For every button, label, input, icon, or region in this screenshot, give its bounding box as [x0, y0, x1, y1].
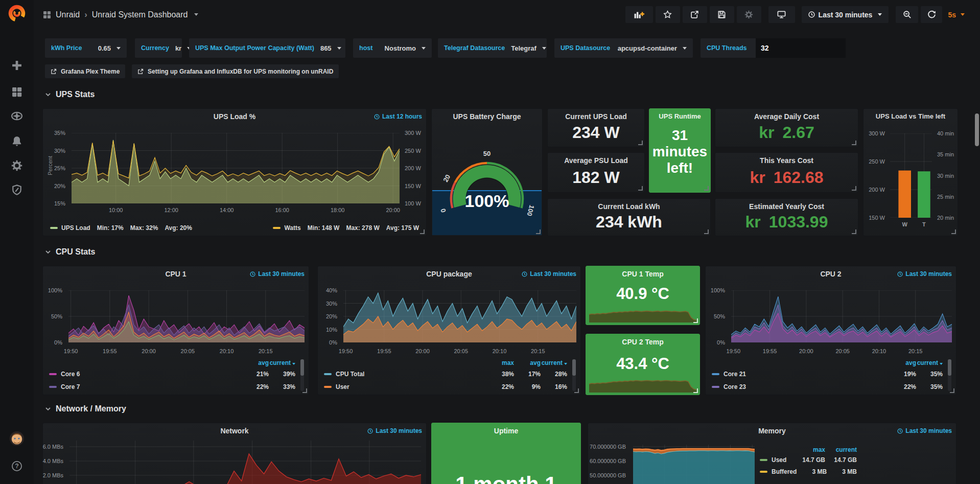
legend-series-toggle[interactable]: Core 7: [49, 383, 242, 390]
panel-title[interactable]: This Years Cost: [715, 156, 858, 165]
panel-time-override[interactable]: Last 30 minutes: [367, 427, 422, 434]
resize-handle[interactable]: [704, 229, 709, 234]
chevron-down-icon[interactable]: [194, 13, 198, 16]
legend-series-toggle[interactable]: Buffered: [760, 468, 797, 475]
legend-sort-header[interactable]: avg: [242, 359, 269, 366]
resize-handle[interactable]: [852, 186, 856, 191]
legend-scrollbar-thumb[interactable]: [948, 359, 951, 376]
legend-sort-header[interactable]: max: [487, 359, 514, 366]
explore-compass-icon[interactable]: [0, 107, 34, 125]
legend-sort-header[interactable]: current: [916, 359, 943, 366]
panel-title[interactable]: Estimated Yearly Cost: [715, 202, 858, 211]
legend-sort-header[interactable]: current: [269, 359, 295, 366]
plot-area[interactable]: [68, 290, 305, 342]
cycle-view-mode-button[interactable]: [768, 6, 795, 23]
legend-scrollbar-thumb[interactable]: [300, 359, 304, 376]
legend-series-toggle[interactable]: UPS LoadMin: 17%Max: 32%Avg: 20%: [50, 224, 192, 232]
panel-title[interactable]: UPS Battery Charge: [432, 112, 542, 121]
plot-area[interactable]: [731, 290, 952, 342]
server-admin-shield-icon[interactable]: [0, 181, 34, 199]
legend-series-toggle[interactable]: Core 21: [712, 371, 890, 378]
plot-area[interactable]: [343, 290, 576, 342]
panel-title[interactable]: Average PSU Load: [548, 156, 644, 165]
zoom-out-button[interactable]: [896, 6, 918, 23]
legend-series-toggle[interactable]: Core 6: [49, 371, 242, 378]
panel-title[interactable]: CPU 1 Temp: [586, 270, 699, 278]
link-grafana-plex-theme[interactable]: Grafana Plex Theme: [45, 64, 125, 78]
resize-handle[interactable]: [852, 141, 856, 145]
legend-sort-header[interactable]: current: [825, 446, 857, 453]
variable-currency[interactable]: Currency kr: [135, 38, 182, 58]
link-ups-monitoring-guide[interactable]: Setting up Grafana and InfluxDB for UPS …: [132, 64, 339, 78]
resize-handle[interactable]: [638, 186, 643, 191]
legend-series-toggle[interactable]: User: [324, 383, 487, 390]
resize-handle[interactable]: [950, 388, 954, 393]
resize-handle[interactable]: [638, 141, 643, 145]
page-scrollbar-thumb[interactable]: [975, 113, 979, 146]
alerting-bell-icon[interactable]: [0, 132, 34, 150]
legend-series-toggle[interactable]: CPU Total: [324, 371, 487, 378]
panel-time-override[interactable]: Last 30 minutes: [897, 427, 952, 434]
plot-area[interactable]: [633, 445, 755, 484]
resize-handle[interactable]: [302, 388, 307, 393]
settings-gear-icon[interactable]: [737, 6, 761, 23]
add-panel-button[interactable]: [625, 6, 653, 23]
apps-grid-icon[interactable]: [43, 11, 51, 19]
section-ups-stats[interactable]: UPS Stats: [45, 90, 95, 99]
plot-area[interactable]: [69, 441, 421, 484]
resize-handle[interactable]: [536, 229, 541, 234]
panel-title[interactable]: Current UPS Load: [548, 112, 644, 121]
panel-time-override[interactable]: Last 30 minutes: [897, 270, 952, 278]
variable-telegraf-datasource[interactable]: Telegraf Datasource Telegraf: [438, 38, 547, 58]
panel-time-override[interactable]: Last 30 minutes: [250, 270, 305, 278]
create-plus-icon[interactable]: [0, 56, 34, 75]
help-icon[interactable]: ?: [0, 457, 34, 475]
panel-time-override[interactable]: Last 12 hours: [374, 113, 422, 120]
dashboards-icon[interactable]: [0, 83, 34, 101]
panel-title[interactable]: Uptime: [432, 427, 580, 435]
breadcrumb-app[interactable]: Unraid: [56, 10, 80, 19]
user-avatar[interactable]: [0, 429, 34, 448]
resize-handle[interactable]: [951, 229, 956, 234]
legend-series-toggle[interactable]: WattsMin: 148 WMax: 278 WAvg: 175 W: [273, 224, 419, 232]
refresh-interval-picker[interactable]: 5s: [945, 11, 968, 19]
legend-sort-header[interactable]: avg: [514, 359, 541, 366]
panel-title[interactable]: UPS Load vs Time left: [864, 112, 958, 120]
resize-handle[interactable]: [852, 229, 856, 234]
legend-sort-header[interactable]: current: [541, 359, 567, 366]
configuration-gear-icon[interactable]: [0, 156, 34, 175]
legend-sort-header[interactable]: max: [794, 446, 825, 453]
resize-handle[interactable]: [693, 388, 698, 393]
resize-handle[interactable]: [420, 229, 425, 234]
panel-title[interactable]: UPS Load %: [43, 112, 426, 121]
variable-host[interactable]: host Nostromo: [353, 38, 432, 58]
variable-cpu-threads: CPU Threads: [701, 38, 846, 58]
save-button[interactable]: [710, 6, 734, 23]
plot-area[interactable]: [890, 133, 932, 218]
cpu-threads-input[interactable]: [756, 38, 846, 58]
plot-area[interactable]: [72, 133, 400, 203]
panel-title[interactable]: Current Load kWh: [548, 202, 710, 211]
legend-sort-header[interactable]: avg: [890, 359, 916, 366]
share-button[interactable]: [683, 6, 707, 23]
panel-title[interactable]: CPU 2 Temp: [586, 338, 699, 346]
dashboard-title[interactable]: Unraid System Dashboard: [92, 10, 188, 19]
resize-handle[interactable]: [693, 318, 698, 323]
variable-ups-max-output[interactable]: UPS Max Output Power Capacity (Watt) 865: [189, 38, 345, 58]
section-cpu-stats[interactable]: CPU Stats: [45, 247, 95, 257]
grafana-logo[interactable]: [8, 4, 26, 22]
panel-title[interactable]: Average Daily Cost: [715, 112, 858, 121]
star-button[interactable]: [656, 6, 680, 23]
section-network-memory[interactable]: Network / Memory: [45, 404, 126, 413]
time-picker[interactable]: Last 30 minutes: [802, 6, 889, 23]
variable-kwh-price[interactable]: kWh Price 0.65: [45, 38, 127, 58]
variable-ups-datasource[interactable]: UPS Datasource apcupsd-container: [554, 38, 693, 58]
legend-series-toggle[interactable]: Used: [760, 456, 794, 464]
panel-title[interactable]: UPS Runtime: [649, 112, 710, 120]
legend-series-toggle[interactable]: Core 23: [712, 383, 890, 390]
resize-handle[interactable]: [704, 186, 709, 191]
resize-handle[interactable]: [574, 388, 579, 393]
panel-time-override[interactable]: Last 30 minutes: [522, 270, 576, 278]
legend-scrollbar-thumb[interactable]: [572, 359, 576, 376]
refresh-button[interactable]: [921, 6, 942, 23]
